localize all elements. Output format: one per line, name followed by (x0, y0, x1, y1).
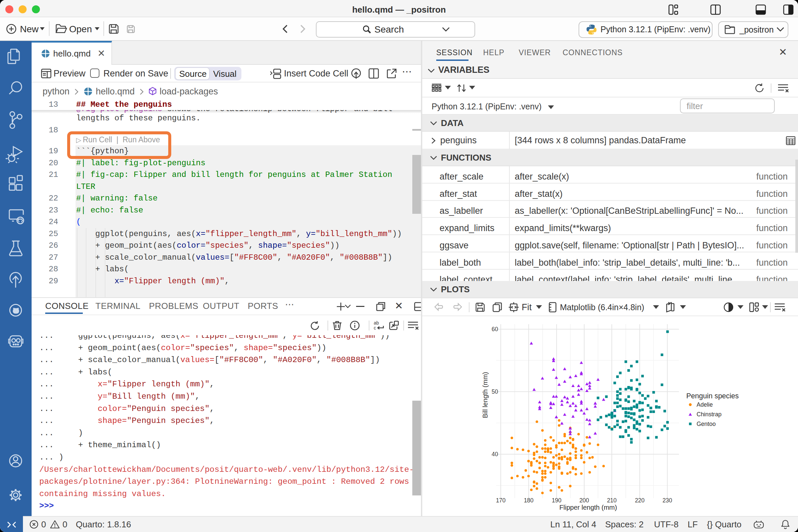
svg-text:Adelie: Adelie (697, 401, 713, 408)
svg-text:210: 210 (607, 497, 616, 504)
svg-text:Gentoo: Gentoo (697, 421, 716, 427)
svg-text:200: 200 (579, 497, 589, 504)
svg-text:Bill length (mm): Bill length (mm) (481, 372, 489, 418)
svg-text:230: 230 (662, 497, 672, 504)
svg-text:170: 170 (496, 497, 506, 504)
svg-text:Penguin species: Penguin species (686, 392, 739, 400)
svg-text:220: 220 (635, 497, 644, 504)
svg-text:190: 190 (552, 497, 561, 504)
svg-text:180: 180 (524, 497, 533, 504)
svg-text:Chinstrap: Chinstrap (697, 411, 722, 418)
svg-text:Flipper length (mm): Flipper length (mm) (559, 504, 617, 511)
svg-text:50: 50 (492, 388, 498, 395)
svg-text:60: 60 (492, 326, 498, 332)
svg-text:ab: ab (374, 320, 379, 325)
svg-text:40: 40 (492, 451, 498, 457)
svg-text:c: c (374, 325, 376, 330)
